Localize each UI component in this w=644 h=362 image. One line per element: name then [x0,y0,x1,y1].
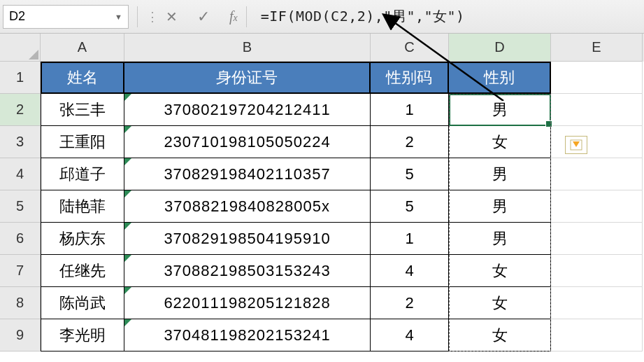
empty-cell[interactable] [551,158,643,190]
cell-C9[interactable]: 4 [371,319,449,351]
header-cell-id[interactable]: 身份证号 [124,62,371,94]
cell-C8[interactable]: 2 [371,287,449,319]
header-cell-code[interactable]: 性别码 [371,62,449,94]
separator [137,6,138,27]
row-header-6[interactable]: 6 [0,223,41,255]
svg-marker-0 [29,50,38,60]
column-header-C[interactable]: C [371,34,449,62]
table-row: 7 任继先 370882198503153243 4 女 [0,255,644,287]
svg-marker-2 [573,141,580,147]
table-row: 6 杨庆东 370829198504195910 1 男 [0,223,644,255]
row-header-5[interactable]: 5 [0,190,41,223]
row-header-7[interactable]: 7 [0,255,41,287]
cell-D3[interactable]: 女 [449,126,551,158]
cell-A8[interactable]: 陈尚武 [41,287,124,319]
fx-icon[interactable]: fx [229,8,238,25]
cell-D5[interactable]: 男 [449,190,551,223]
table-row: 1 姓名 身份证号 性别码 性别 [0,62,644,94]
row-header-9[interactable]: 9 [0,319,41,351]
cell-C2[interactable]: 1 [371,94,449,126]
cell-D8[interactable]: 女 [449,287,551,319]
table-row: 4 邱道子 370829198402110357 5 男 [0,158,644,190]
column-header-E[interactable]: E [551,34,643,62]
cell-C5[interactable]: 5 [371,190,449,223]
cell-B8[interactable]: 622011198205121828 [124,287,371,319]
column-header-B[interactable]: B [124,34,371,62]
enter-icon[interactable]: ✓ [197,8,210,26]
formula-bar: D2 ▼ ⋮ ✕ ✓ fx =IF(MOD(C2,2),"男","女") [0,0,644,34]
worksheet[interactable]: A B C D E 1 姓名 身份证号 性别码 性别 2 张三丰 3708021… [0,34,644,351]
formula-input[interactable]: =IF(MOD(C2,2),"男","女") [255,7,641,26]
row-header-4[interactable]: 4 [0,158,41,190]
cell-A4[interactable]: 邱道子 [41,158,124,190]
table-row: 8 陈尚武 622011198205121828 2 女 [0,287,644,319]
cell-A3[interactable]: 王重阳 [41,126,124,158]
cell-A2[interactable]: 张三丰 [41,94,124,126]
column-header-D[interactable]: D [449,34,551,62]
empty-cell[interactable] [551,94,643,126]
table-row: 3 王重阳 230710198105050224 2 女 [0,126,644,158]
row-header-8[interactable]: 8 [0,287,41,319]
cancel-icon[interactable]: ✕ [166,8,178,25]
autofill-options-button[interactable] [565,136,587,154]
cell-C7[interactable]: 4 [371,255,449,287]
cell-B3[interactable]: 230710198105050224 [124,126,371,158]
cell-C3[interactable]: 2 [371,126,449,158]
cell-D4[interactable]: 男 [449,158,551,190]
formula-bar-buttons: ✕ ✓ fx [166,8,238,26]
cell-A9[interactable]: 李光明 [41,319,124,351]
cell-D7[interactable]: 女 [449,255,551,287]
cell-D9[interactable]: 女 [449,319,551,351]
cell-B2[interactable]: 370802197204212411 [124,94,371,126]
cell-B9[interactable]: 370481198202153241 [124,319,371,351]
name-box[interactable]: D2 ▼ [3,5,129,29]
empty-cell[interactable] [551,190,643,223]
table-row: 9 李光明 370481198202153241 4 女 [0,319,644,351]
empty-cell[interactable] [551,223,643,255]
header-cell-gender[interactable]: 性别 [449,62,551,94]
column-header-A[interactable]: A [41,34,124,62]
header-cell-name[interactable]: 姓名 [41,62,124,94]
table-row: 5 陆艳菲 37088219840828005x 5 男 [0,190,644,223]
table-row: 2 张三丰 370802197204212411 1 男 [0,94,644,126]
cell-A7[interactable]: 任继先 [41,255,124,287]
cell-B4[interactable]: 370829198402110357 [124,158,371,190]
row-header-3[interactable]: 3 [0,126,41,158]
cell-B7[interactable]: 370882198503153243 [124,255,371,287]
select-all-corner[interactable] [0,34,41,62]
cell-C6[interactable]: 1 [371,223,449,255]
empty-cell[interactable] [551,287,643,319]
cell-B6[interactable]: 370829198504195910 [124,223,371,255]
cell-C4[interactable]: 5 [371,158,449,190]
row-header-2[interactable]: 2 [0,94,41,126]
cell-A5[interactable]: 陆艳菲 [41,190,124,223]
empty-cell[interactable] [551,319,643,351]
drag-dots-icon: ⋮ [146,9,157,25]
dropdown-icon[interactable]: ▼ [115,13,122,21]
column-headers: A B C D E [0,34,644,62]
row-header-1[interactable]: 1 [0,62,41,94]
cell-B5[interactable]: 37088219840828005x [124,190,371,223]
cell-D6[interactable]: 男 [449,223,551,255]
empty-cell[interactable] [551,255,643,287]
cell-D2[interactable]: 男 [449,94,551,126]
cell-A6[interactable]: 杨庆东 [41,223,124,255]
empty-cell[interactable] [551,62,643,94]
separator [246,6,247,27]
name-box-value: D2 [9,9,25,24]
